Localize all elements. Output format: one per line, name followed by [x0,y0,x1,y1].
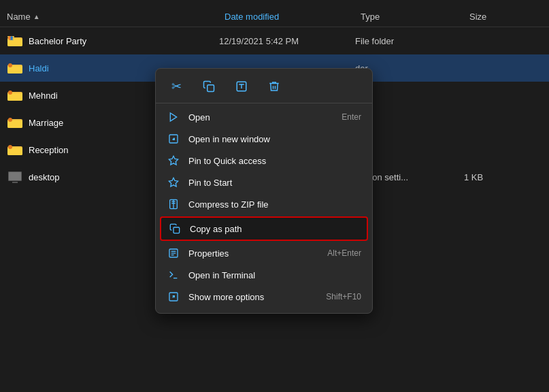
copy-path-label: Copy as path [190,224,360,234]
col-header-date[interactable]: Date modified [224,12,361,22]
context-menu-properties[interactable]: Properties Alt+Enter [156,242,372,264]
svg-point-16 [8,145,12,149]
svg-point-7 [8,63,12,67]
properties-shortcut: Alt+Enter [327,248,361,258]
col-header-size[interactable]: Size [469,12,524,22]
show-more-shortcut: Shift+F10 [326,292,361,301]
open-terminal-label: Open in Terminal [188,270,361,280]
folder-icon-haldi [7,60,23,76]
column-headers: Name ▲ Date modified Type Size [0,7,549,27]
pin-start-label: Pin to Start [188,178,361,188]
svg-point-10 [8,91,12,95]
col-header-type[interactable]: Type [361,12,469,22]
context-menu-copy-path[interactable]: Copy as path [160,216,368,241]
cut-icon[interactable]: ✂ [167,77,186,96]
svg-rect-18 [9,172,21,180]
context-menu-pin-start[interactable]: Pin to Start [156,172,372,193]
rename-icon[interactable] [232,77,251,96]
context-menu-compress-zip[interactable]: Compress to ZIP file [156,193,372,215]
context-menu-open-new-window[interactable]: Open in new window [156,128,372,150]
file-size-desktop: 1 KB [464,172,518,182]
properties-label: Properties [188,248,327,259]
more-icon [167,290,180,304]
svg-marker-25 [169,156,178,165]
sort-arrow-icon: ▲ [33,13,40,20]
pin-start-icon [167,176,180,189]
pin-quick-label: Pin to Quick access [188,156,361,166]
folder-icon: 👤 [7,33,23,49]
context-menu-open-terminal[interactable]: Open in Terminal [156,264,372,286]
context-menu-toolbar: ✂ [156,74,372,103]
open-new-window-label: Open in new window [188,134,361,144]
context-menu-open[interactable]: Open Enter [156,106,372,128]
terminal-icon [167,268,180,282]
show-more-label: Show more options [188,292,326,302]
zip-icon [167,197,180,211]
explorer-background: Name ▲ Date modified Type Size 👤 [0,0,549,392]
svg-rect-31 [173,227,180,233]
context-menu-pin-quick[interactable]: Pin to Quick access [156,150,372,172]
col-header-name[interactable]: Name ▲ [7,12,224,22]
properties-icon [167,246,180,260]
svg-rect-20 [207,85,214,92]
svg-rect-19 [12,182,18,183]
delete-icon[interactable] [265,77,284,96]
context-menu: ✂ [155,68,373,314]
context-menu-show-more[interactable]: Show more options Shift+F10 [156,286,372,308]
svg-text:👤: 👤 [10,36,14,41]
folder-icon-reception [7,142,23,158]
file-type-bachelor-party: File folder [355,36,464,46]
svg-point-13 [8,118,12,122]
file-date-bachelor-party: 12/19/2021 5:42 PM [219,36,355,46]
pin-icon [167,154,180,167]
copy-path-icon [168,222,182,235]
folder-icon-marriage [7,114,23,131]
copy-icon[interactable] [199,77,218,96]
file-name-bachelor-party: Bachelor Party [29,36,219,46]
open-icon [167,110,180,124]
open-shortcut: Enter [342,112,361,122]
compress-zip-label: Compress to ZIP file [188,199,361,210]
file-item-bachelor-party[interactable]: 👤 Bachelor Party 12/19/2021 5:42 PM File… [0,27,549,54]
svg-marker-26 [169,178,178,186]
file-icon-desktop [7,169,23,185]
folder-icon-mehndi [7,87,23,103]
open-label: Open [188,112,342,122]
open-window-icon [167,132,180,146]
